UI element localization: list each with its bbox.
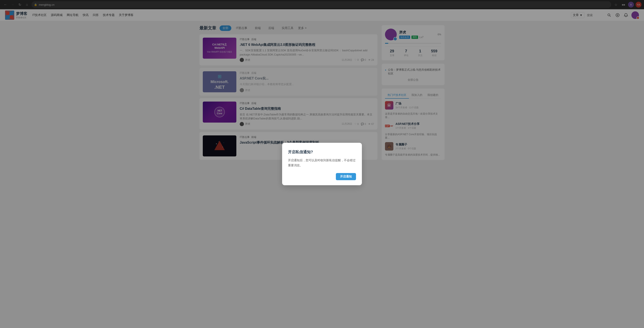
modal-title: 开启私信通知? bbox=[288, 149, 356, 154]
modal-footer: 开启通知 bbox=[288, 173, 356, 180]
modal-box: 开启私信通知? 开启通知后，您可以及时收到新私信提醒，不会错过重要消息。 开启通… bbox=[282, 143, 362, 185]
modal-confirm-button[interactable]: 开启通知 bbox=[336, 173, 356, 180]
modal-body: 开启通知后，您可以及时收到新私信提醒，不会错过重要消息。 bbox=[288, 158, 356, 168]
modal-overlay[interactable]: 开启私信通知? 开启通知后，您可以及时收到新私信提醒，不会错过重要消息。 开启通… bbox=[0, 0, 644, 328]
